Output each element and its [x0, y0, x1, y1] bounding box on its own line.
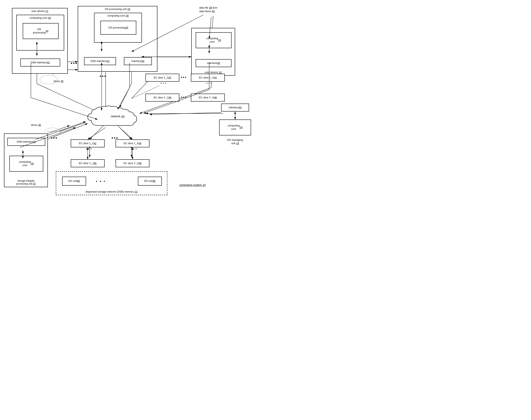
dots-ec-top-vx: •••	[206, 83, 212, 84]
ec-slice-1-x-44-top: EC slice 1_X 44	[191, 74, 225, 82]
svg-line-57	[60, 122, 86, 132]
computing-core-26-dsp16-outer: computing core 26 DS processing 34	[94, 13, 142, 43]
dsn-memory-22-label: dispersed storage network (DSN) memory 2…	[86, 190, 138, 194]
computing-core-26-sip20: computingcore 26	[9, 156, 43, 172]
ec-slice-y-1-46-bot: EC slice Y_1 46	[71, 159, 105, 167]
dots-dsn-center: • • •	[96, 179, 106, 183]
interface-30-dsp16: interface 30	[124, 57, 152, 65]
computing-core-26-ud14: computingcore 26	[196, 32, 232, 48]
ds-processing-34-dsp16: DS processing 34	[100, 21, 136, 35]
svg-point-29	[45, 128, 61, 136]
ec-slice-y-x-48-top: EC slice Y_X 48	[191, 94, 225, 102]
slices-35-oval	[39, 74, 59, 86]
ec-slice-1-x-44-bot: EC slice 1_X 44	[116, 139, 149, 147]
svg-line-43	[149, 113, 221, 115]
slices-45-oval	[44, 126, 62, 137]
ec-slice-1-1-42-top: EC slice 1_1 42	[145, 74, 179, 82]
dots-ec-top-2: •••	[181, 95, 187, 99]
svg-line-11	[120, 84, 131, 107]
computing-system-10-label: computing system 10	[179, 183, 206, 187]
dots-ec-top-v1: •••	[160, 83, 167, 84]
ds-processing-34-ud12: DSprocessing 34	[23, 23, 59, 39]
ds-processing-unit-16-label: DS processing unit 16	[105, 8, 130, 11]
network-cloud: network 24	[86, 105, 149, 134]
storage-integrity-20-label: storage integrityprocessing unit 20	[16, 180, 35, 186]
ds-unit-36-left: DS unit 36	[62, 177, 86, 186]
user-device-14-outer: user device 14 computingcore 26 interfac…	[191, 28, 235, 76]
computing-core-26-dsm18: computingcore 26	[219, 120, 251, 135]
user-device-12-label: user device 12	[31, 10, 48, 13]
svg-point-28	[40, 75, 58, 84]
dots-ec-top-1: •••	[181, 75, 187, 79]
dots-dsn-network: •••	[100, 74, 107, 79]
interface-30-ud14: interface 30	[196, 59, 232, 67]
computing-core-26-ud12-label: computing core 26	[30, 16, 51, 20]
interface-33: interface 33	[221, 104, 249, 112]
user-device-12-outer: user device 12 computing core 26 DSproce…	[12, 8, 68, 74]
ec-slice-1-1-42-bot: EC slice 1_1 42	[71, 139, 105, 147]
data-file-38-label: data file 38 &/ordata block 40	[199, 6, 217, 13]
ds-unit-36-right: DS unit 36	[138, 177, 162, 186]
ec-slice-y-1-46-top: EC slice Y_1 46	[145, 94, 179, 102]
dots-ec-bot-v1: •••	[85, 148, 92, 150]
diagram: user device 12 computing core 26 DSproce…	[0, 0, 251, 199]
network-24-label: network 24	[111, 115, 125, 118]
dsn-memory-22-outer: DS unit 36 • • • DS unit 36 dispersed st…	[56, 171, 167, 195]
ds-managing-unit-18-label: DS managingunit 18	[217, 138, 251, 145]
svg-line-42	[143, 90, 209, 114]
computing-core-26-ud12-outer: computing core 26 DSprocessing 34	[16, 15, 64, 51]
dots-ec-bot-vx: •••	[130, 148, 137, 150]
dsn-interface-32-ud12: DSN interface 32	[20, 59, 60, 66]
user-device-12-num: 12	[46, 10, 48, 13]
computing-core-26-dsp16-label: computing core 26	[107, 14, 129, 17]
slices-45-label: slices 45	[31, 123, 41, 127]
storage-integrity-20-outer: DSN interface 32 computingcore 26 storag…	[4, 134, 48, 187]
cloud-svg	[86, 105, 149, 134]
ds-processing-unit-16-outer: DS processing unit 16 computing core 26 …	[78, 6, 157, 72]
dots-ud12-dsp16: •••	[71, 61, 78, 66]
ec-slice-y-x-48-bot: EC slice Y_X 48	[116, 159, 149, 167]
dsn-interface-32-sip20: DSN interface 32	[7, 138, 45, 146]
dsn-interface-32-dsp16: DSN interface 32	[84, 57, 116, 65]
